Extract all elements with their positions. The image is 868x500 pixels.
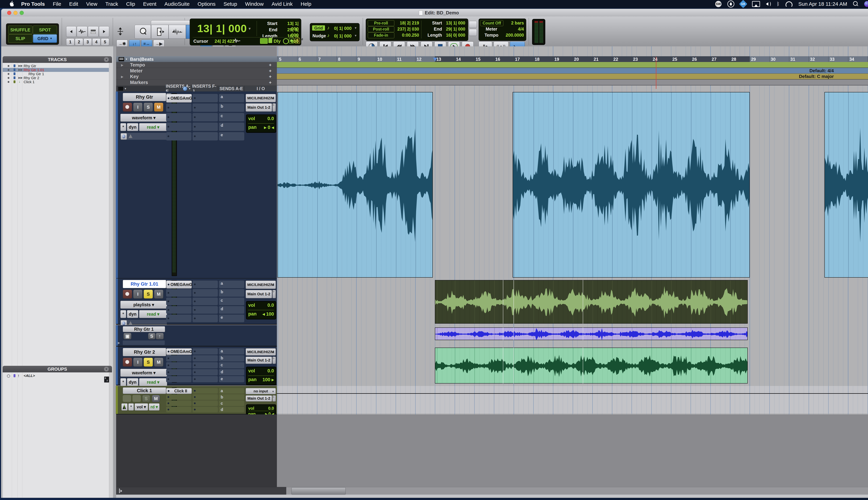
automation-lens-button[interactable] xyxy=(121,133,127,140)
groups-panel-scrollbar[interactable] xyxy=(109,372,112,498)
insert-slot-a4[interactable] xyxy=(166,132,192,140)
vol-pan-display[interactable]: vol0.0pan100 ▸ xyxy=(246,367,276,385)
bar-cell-13[interactable]: 13 xyxy=(435,56,455,62)
siri-icon[interactable] xyxy=(864,1,868,7)
insert-slot-f2[interactable] xyxy=(193,362,218,368)
input-path-selector[interactable]: MIC/LINE/HIZ/M▼ xyxy=(245,281,276,289)
send-slot-a[interactable]: a xyxy=(219,388,244,394)
menu-item-clip[interactable]: Clip xyxy=(126,1,135,7)
chevron-down-icon[interactable]: ▼ xyxy=(189,87,191,90)
input-monitor-button[interactable]: I xyxy=(133,289,142,299)
insert-slot-f1[interactable] xyxy=(193,103,218,112)
star-button[interactable]: * xyxy=(120,378,126,386)
bar-cell-21[interactable]: 21 xyxy=(592,56,612,62)
insert-slot-a1[interactable] xyxy=(166,355,192,362)
ruler-dropdown-icon[interactable]: ▼ xyxy=(125,58,129,60)
track-name[interactable]: Rhy Gtr xyxy=(123,93,166,101)
track-header-rhy-gtr[interactable]: Rhy Gtr▼ISMwaveform ▾*dynread ▾OMEGAmGab… xyxy=(116,91,277,279)
bluetooth-status-icon[interactable]: ᛒ xyxy=(777,1,780,7)
ruler-row-tempo[interactable] xyxy=(277,62,868,68)
menu-item-pro-tools[interactable]: Pro Tools xyxy=(21,1,45,7)
bar-cell-23[interactable]: 23 xyxy=(631,56,651,62)
send-slot-d[interactable]: d xyxy=(219,306,244,314)
grid-value[interactable]: 0| 1| 000 xyxy=(334,26,352,31)
solo-button[interactable]: S xyxy=(148,333,156,339)
bar-cell-8[interactable]: 8 xyxy=(336,56,356,62)
vol-value[interactable]: 0.0 xyxy=(247,406,274,411)
insert-slot-a3[interactable] xyxy=(166,123,192,131)
sw-status-icon[interactable]: SW xyxy=(715,1,721,7)
sidebar-track-rhy-gtr[interactable]: ▶▶Rhy Gtr xyxy=(3,64,109,68)
automation-mode-selector[interactable]: read ▾ xyxy=(139,123,167,131)
insert-slot-a0[interactable]: OMEGAmG xyxy=(166,348,192,355)
vol-pan-display[interactable]: vol0.0pan▸ 0 ◂ xyxy=(246,114,276,133)
trim-tool[interactable] xyxy=(151,25,169,39)
ruler-row-label-key[interactable]: ▶Key+ xyxy=(116,73,277,80)
menu-item-window[interactable]: Window xyxy=(245,1,264,7)
menu-clock[interactable]: Sun Apr 18 11:24 AM xyxy=(798,1,847,7)
send-slot-d[interactable]: d xyxy=(219,369,244,375)
vol-pan-display[interactable]: vol0.0pan◂ 100 xyxy=(246,301,276,319)
lcd-row-value[interactable]: 18| 2| 219 xyxy=(396,21,419,25)
bar-cell-32[interactable]: 32 xyxy=(809,56,829,62)
pan-value[interactable]: ▸ 0 ◂ xyxy=(247,125,274,130)
audio-zoom-button[interactable] xyxy=(77,26,88,37)
expand-icon[interactable]: ▶ xyxy=(121,75,123,79)
insert-slot-f3[interactable] xyxy=(193,369,218,375)
send-slot-a[interactable]: a xyxy=(219,281,244,288)
bar-cell-18[interactable]: 18 xyxy=(533,56,553,62)
insert-slot-a2[interactable] xyxy=(166,362,192,368)
lcd-row-value[interactable]: 29| 1| 000 xyxy=(444,26,465,32)
bar-cell-5[interactable]: 5 xyxy=(277,56,297,62)
insert-slot-f1[interactable] xyxy=(193,394,218,400)
star-button[interactable]: * xyxy=(128,403,134,411)
insert-slot-f0[interactable] xyxy=(193,388,218,394)
bar-cell-26[interactable]: 26 xyxy=(690,56,710,62)
transport-expand-button-1[interactable] xyxy=(469,21,477,28)
vol-value[interactable]: 0.0 xyxy=(247,116,274,121)
insert-slot-a1[interactable] xyxy=(166,289,192,297)
output-path-selector[interactable]: Main Out 1-2 xyxy=(245,356,272,364)
sidebar-track-rhy-gtr-1[interactable]: Rhy Gtr 1 xyxy=(3,72,109,76)
asterisk-chip[interactable]: ✱ xyxy=(289,38,294,43)
bar-cell-30[interactable]: 30 xyxy=(769,56,789,62)
zoom-preset-2[interactable]: 2 xyxy=(75,38,83,46)
add-event-icon[interactable]: + xyxy=(269,68,272,73)
bar-cell-31[interactable]: 31 xyxy=(789,56,809,62)
track-view-selector[interactable]: vol ▾ xyxy=(135,403,148,411)
audio-clip-rhy-gtr-2[interactable] xyxy=(513,92,750,277)
automation-mode-selector[interactable]: read ▾ xyxy=(139,310,167,318)
bar-cell-22[interactable]: 22 xyxy=(612,56,632,62)
solo-indicator-chip[interactable]: S xyxy=(295,38,300,43)
lcd-row-value[interactable]: 237| 2| 030 xyxy=(396,26,419,32)
bar-cell-12[interactable]: 12 xyxy=(415,56,435,62)
track-header-rhy-gtr-1-01[interactable]: Rhy Gtr 1.01▼ISMplaylists ▾*dynread ▾OME… xyxy=(116,279,277,325)
menu-item-edit[interactable]: Edit xyxy=(69,1,78,7)
track-header-rhy-gtr-2[interactable]: Rhy Gtr 2▼ISMwaveform ▾*dynread ▾OMEGAmG… xyxy=(116,346,277,385)
lcd-row-label[interactable]: Post-roll xyxy=(368,26,395,32)
vol-value[interactable]: 0.0 xyxy=(247,368,274,374)
send-slot-c[interactable]: c xyxy=(219,362,244,368)
output-fader-icon[interactable]: ⊹ xyxy=(272,356,276,364)
add-event-icon[interactable]: + xyxy=(269,80,272,85)
insert-slot-f4[interactable] xyxy=(193,376,218,382)
insert-slot-a4[interactable] xyxy=(166,315,192,322)
insert-name[interactable]: OMEGAmG xyxy=(170,281,191,288)
automation-lane-bar[interactable] xyxy=(120,133,167,140)
mute-button[interactable]: M xyxy=(154,289,163,299)
bar-cell-33[interactable]: 33 xyxy=(828,56,848,62)
dyn-button[interactable]: dyn xyxy=(127,123,138,131)
insert-slot-a2[interactable] xyxy=(166,400,192,406)
close-button[interactable] xyxy=(7,11,11,15)
send-slot-c[interactable]: c xyxy=(219,113,244,121)
insert-slot-a1[interactable] xyxy=(166,394,192,400)
expand-icon[interactable]: ▶ xyxy=(121,63,123,67)
sidebar-track-rhy-gtr-1-01[interactable]: ▶▶Rhy Gtr 1.01 xyxy=(3,68,109,72)
track-view-selector[interactable]: playlists ▾ xyxy=(120,301,167,309)
bar-cell-6[interactable]: 6 xyxy=(297,56,317,62)
track-show-dot[interactable] xyxy=(8,65,9,67)
bar-cell-15[interactable]: 15 xyxy=(474,56,494,62)
tracks-panel-header[interactable]: TRACKS▼ xyxy=(3,56,112,63)
clip-chip[interactable] xyxy=(269,38,272,43)
blank-button[interactable] xyxy=(133,395,141,402)
